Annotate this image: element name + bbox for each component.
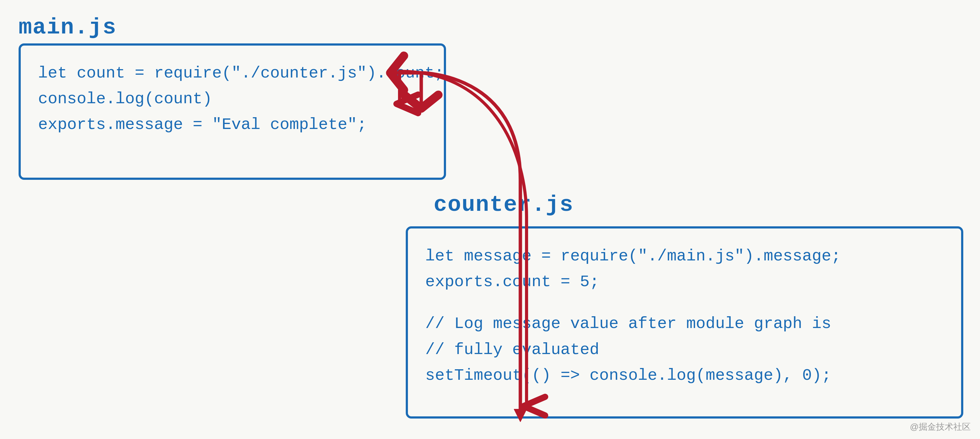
counter-js-box: let message = require("./main.js").messa… bbox=[406, 226, 963, 418]
counter-js-line-2: exports.count = 5; bbox=[425, 269, 944, 295]
counter-js-title: counter.js bbox=[434, 192, 574, 218]
main-js-line-2: console.log(count) bbox=[38, 86, 426, 112]
main-js-box: let count = require("./counter.js").coun… bbox=[19, 43, 446, 180]
counter-js-line-3-empty bbox=[425, 295, 944, 311]
watermark: @掘金技术社区 bbox=[910, 421, 971, 433]
counter-js-line-6: setTimeout(() => console.log(message), 0… bbox=[425, 363, 944, 388]
counter-js-line-1: let message = require("./main.js").messa… bbox=[425, 243, 944, 269]
main-js-line-3: exports.message = "Eval complete"; bbox=[38, 112, 426, 138]
counter-js-line-4: // Log message value after module graph … bbox=[425, 311, 944, 337]
main-js-title: main.js bbox=[19, 15, 116, 40]
main-js-line-1: let count = require("./counter.js").coun… bbox=[38, 61, 426, 86]
counter-js-line-5: // fully evaluated bbox=[425, 337, 944, 363]
